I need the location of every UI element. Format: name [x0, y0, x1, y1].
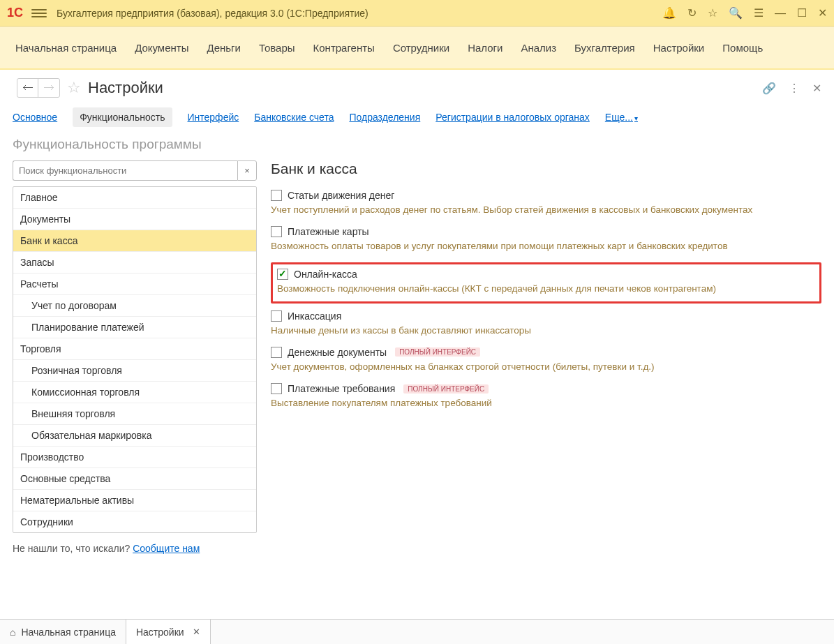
tree-item[interactable]: Основные средства	[13, 468, 256, 490]
tree-item[interactable]: Розничная торговля	[13, 360, 256, 382]
interface-badge: ПОЛНЫЙ ИНТЕРФЕЙС	[395, 347, 480, 357]
nav-counterparties[interactable]: Контрагенты	[313, 42, 375, 54]
tree-item[interactable]: Расчеты	[13, 274, 256, 295]
app-logo: 1C	[7, 6, 23, 20]
setting-label: Платежные карты	[288, 226, 369, 237]
tab-main[interactable]: Основное	[13, 112, 57, 123]
bottom-tab-settings[interactable]: Настройки ✕	[126, 620, 211, 644]
page-title: Настройки	[88, 79, 762, 97]
report-link[interactable]: Сообщите нам	[133, 543, 200, 554]
setting-item: Платежные требованияПОЛНЫЙ ИНТЕРФЕЙСВыст…	[271, 383, 821, 410]
setting-item: ИнкассацияНаличные деньги из кассы в бан…	[271, 310, 821, 337]
tree-item[interactable]: Сотрудники	[13, 511, 256, 532]
bell-icon[interactable]: 🔔	[662, 6, 676, 20]
checkbox[interactable]	[271, 310, 282, 322]
clear-search-button[interactable]: ×	[237, 160, 257, 181]
setting-item: Статьи движения денегУчет поступлений и …	[271, 190, 821, 216]
tree-item[interactable]: Внешняя торговля	[13, 403, 256, 425]
footnote: Не нашли то, что искали? Сообщите нам	[13, 533, 257, 554]
nav-analysis[interactable]: Анализ	[521, 42, 556, 54]
search-icon[interactable]: 🔍	[729, 6, 743, 20]
checkbox[interactable]	[277, 269, 288, 280]
nav-help[interactable]: Помощь	[722, 42, 763, 54]
tab-functionality[interactable]: Функциональность	[73, 107, 172, 127]
checkbox[interactable]	[271, 190, 282, 201]
tab-subdivisions[interactable]: Подразделения	[349, 112, 420, 123]
forward-button[interactable]: 🡒	[38, 79, 59, 97]
star-icon[interactable]: ☆	[708, 6, 717, 20]
interface-badge: ПОЛНЫЙ ИНТЕРФЕЙС	[403, 384, 489, 394]
checkbox[interactable]	[271, 226, 282, 237]
kebab-icon[interactable]: ⋮	[789, 82, 800, 95]
setting-label: Статьи движения денег	[288, 190, 394, 201]
titlebar: 1C Бухгалтерия предприятия (базовая), ре…	[0, 0, 834, 27]
tabs-row: Основное Функциональность Интерфейс Банк…	[0, 105, 834, 133]
setting-description: Возможность подключения онлайн-кассы (КК…	[277, 283, 814, 295]
nav-documents[interactable]: Документы	[135, 42, 188, 54]
tree-item[interactable]: Производство	[13, 447, 256, 468]
back-button[interactable]: 🡐	[17, 79, 38, 97]
close-page-icon[interactable]: ✕	[812, 82, 821, 95]
settings-list: Статьи движения денегУчет поступлений и …	[271, 190, 821, 410]
checkbox[interactable]	[271, 347, 282, 358]
close-icon[interactable]: ✕	[818, 6, 827, 20]
window-title: Бухгалтерия предприятия (базовая), редак…	[57, 8, 662, 19]
tree-item[interactable]: Нематериальные активы	[13, 490, 256, 511]
setting-description: Учет поступлений и расходов денег по ста…	[271, 204, 821, 216]
tree-item[interactable]: Торговля	[13, 338, 256, 360]
tabs-more[interactable]: Еще...	[605, 112, 638, 123]
setting-description: Учет документов, оформленных на бланках …	[271, 361, 821, 373]
setting-description: Возможность оплаты товаров и услуг покуп…	[271, 240, 821, 253]
menu-icon[interactable]	[31, 6, 47, 21]
setting-description: Выставление покупателям платежных требов…	[271, 397, 821, 410]
tree-item[interactable]: Запасы	[13, 252, 256, 274]
close-tab-icon[interactable]: ✕	[193, 627, 200, 637]
nav-home[interactable]: Начальная страница	[15, 42, 117, 54]
setting-item: Платежные картыВозможность оплаты товаро…	[271, 226, 821, 253]
panel-icon[interactable]: ☰	[754, 6, 764, 20]
minimize-icon[interactable]: —	[775, 7, 786, 20]
nav-accounting[interactable]: Бухгалтерия	[574, 42, 635, 54]
nav-settings[interactable]: Настройки	[653, 42, 705, 54]
search-input[interactable]	[13, 160, 237, 181]
tree-item[interactable]: Учет по договорам	[13, 295, 256, 317]
setting-description: Наличные деньги из кассы в банк доставля…	[271, 324, 821, 337]
main-nav: Начальная страница Документы Деньги Това…	[0, 27, 834, 70]
page-header: 🡐 🡒 ☆ Настройки 🔗 ⋮ ✕	[0, 70, 834, 105]
nav-employees[interactable]: Сотрудники	[393, 42, 449, 54]
checkbox[interactable]	[271, 383, 282, 394]
nav-goods[interactable]: Товары	[259, 42, 295, 54]
tab-interface[interactable]: Интерфейс	[188, 112, 239, 123]
nav-taxes[interactable]: Налоги	[468, 42, 502, 54]
setting-label: Платежные требования	[288, 383, 395, 394]
tree-item[interactable]: Комиссионная торговля	[13, 382, 256, 403]
home-icon: ⌂	[10, 627, 15, 638]
link-icon[interactable]: 🔗	[762, 82, 776, 95]
tree-item[interactable]: Документы	[13, 209, 256, 230]
right-panel-title: Банк и касса	[271, 160, 821, 177]
setting-item: Онлайн-кассаВозможность подключения онла…	[271, 262, 821, 303]
section-title: Функциональность программы	[0, 133, 834, 160]
tree-item[interactable]: Планирование платежей	[13, 317, 256, 338]
tab-bank-accounts[interactable]: Банковские счета	[254, 112, 334, 123]
category-tree: ГлавноеДокументыБанк и кассаЗапасыРасчет…	[13, 186, 257, 533]
tab-tax-registrations[interactable]: Регистрации в налоговых органах	[435, 112, 590, 123]
setting-item: Денежные документыПОЛНЫЙ ИНТЕРФЕЙСУчет д…	[271, 347, 821, 373]
favorite-star-icon[interactable]: ☆	[67, 79, 81, 97]
tree-item[interactable]: Главное	[13, 187, 256, 209]
history-icon[interactable]: ↻	[687, 6, 697, 20]
maximize-icon[interactable]: ☐	[797, 6, 807, 20]
setting-label: Онлайн-касса	[294, 269, 357, 280]
setting-label: Денежные документы	[288, 347, 387, 358]
nav-money[interactable]: Деньги	[207, 42, 240, 54]
setting-label: Инкассация	[288, 310, 341, 322]
bottom-tab-home[interactable]: ⌂ Начальная страница	[0, 620, 126, 644]
tree-item[interactable]: Обязательная маркировка	[13, 425, 256, 447]
bottom-tabs: ⌂ Начальная страница Настройки ✕	[0, 619, 834, 644]
tree-item[interactable]: Банк и касса	[13, 230, 256, 252]
